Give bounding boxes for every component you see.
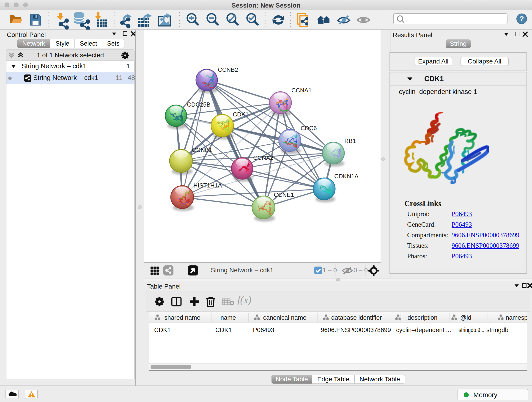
svg-text:CCNB2: CCNB2: [218, 66, 238, 73]
svg-text:HIST1H1A: HIST1H1A: [193, 182, 222, 189]
svg-text:?: ?: [519, 15, 524, 23]
svg-text:canonical name: canonical name: [263, 314, 306, 321]
svg-text:cyclin–dependent ...: cyclin–dependent ...: [396, 327, 451, 333]
svg-text:CCNE1: CCNE1: [274, 191, 294, 198]
svg-text:9606.ENSP00000378699: 9606.ENSP00000378699: [321, 327, 391, 333]
svg-text:CCNA1: CCNA1: [291, 87, 312, 94]
svg-text:stringdb:9...: stringdb:9...: [459, 327, 484, 333]
svg-text:name: name: [220, 314, 236, 321]
svg-text:CCNA2: CCNA2: [253, 154, 273, 161]
svg-text:database identifier: database identifier: [331, 314, 382, 321]
svg-text:CDC25B: CDC25B: [187, 101, 210, 108]
svg-text:CCNB1: CCNB1: [192, 147, 212, 153]
svg-text:RB1: RB1: [344, 138, 356, 144]
svg-text:shared name: shared name: [164, 314, 201, 321]
svg-text:description: description: [408, 314, 438, 321]
svg-text:CDC6: CDC6: [301, 125, 317, 132]
svg-text:CDK1: CDK1: [154, 327, 171, 333]
svg-text:CDK1: CDK1: [233, 111, 249, 118]
svg-text:CDK1: CDK1: [215, 327, 232, 333]
svg-text:P06493: P06493: [253, 327, 274, 333]
svg-text:CDKN1A: CDKN1A: [334, 173, 359, 180]
svg-text:namespace: namespace: [506, 314, 527, 321]
svg-text:stringdb: stringdb: [486, 327, 508, 333]
svg-text:@id: @id: [460, 314, 471, 321]
